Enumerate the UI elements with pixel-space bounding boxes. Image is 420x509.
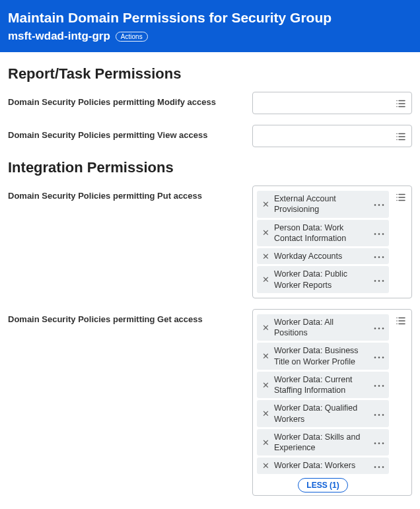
svg-point-30 [396, 318, 398, 319]
svg-point-45 [374, 414, 376, 416]
picker-view[interactable] [252, 125, 412, 147]
less-button[interactable]: LESS (1) [298, 478, 347, 492]
chip: ✕Worker Data: All Positions [257, 314, 389, 341]
remove-icon[interactable]: ✕ [260, 200, 271, 209]
chip: ✕Worker Data: Skills and Experience [257, 429, 389, 456]
remove-icon[interactable]: ✕ [260, 252, 271, 261]
field-label-put: Domain Security Policies permitting Put … [8, 186, 246, 201]
field-get-access: Domain Security Policies permitting Get … [8, 309, 412, 496]
picker-get[interactable]: ✕Worker Data: All Positions✕Worker Data:… [252, 309, 412, 496]
svg-point-38 [382, 327, 384, 329]
svg-point-24 [374, 257, 376, 259]
chip-label: External Account Provisioning [271, 193, 372, 215]
chip: ✕Workday Accounts [257, 248, 389, 264]
svg-point-16 [396, 200, 398, 201]
svg-point-37 [378, 327, 380, 329]
chip-label: Worker Data: Skills and Experience [271, 432, 372, 454]
svg-point-41 [382, 356, 384, 358]
more-icon[interactable] [372, 461, 386, 471]
svg-point-46 [378, 414, 380, 416]
svg-point-22 [378, 233, 380, 235]
svg-point-21 [374, 233, 376, 235]
more-icon[interactable] [372, 275, 386, 285]
svg-point-19 [378, 205, 380, 207]
svg-point-42 [374, 385, 376, 387]
svg-point-51 [374, 466, 376, 468]
chip-label: Worker Data: Workers [271, 460, 372, 471]
chip: ✕Worker Data: Business Title on Worker P… [257, 343, 389, 370]
svg-point-40 [378, 356, 380, 358]
group-name: msft-wdad-intg-grp [8, 30, 110, 43]
chip-label: Worker Data: Public Worker Reports [271, 269, 372, 290]
more-icon[interactable] [372, 323, 386, 332]
svg-point-47 [382, 414, 384, 416]
list-icon[interactable] [394, 98, 407, 110]
remove-icon[interactable]: ✕ [260, 461, 271, 470]
subtitle-row: msft-wdad-intg-grp Actions [8, 30, 412, 43]
svg-point-39 [374, 356, 376, 358]
more-icon[interactable] [372, 352, 386, 361]
svg-point-2 [396, 103, 398, 104]
svg-point-29 [382, 280, 384, 282]
chip: ✕Worker Data: Workers [257, 458, 389, 473]
page-title: Maintain Domain Permissions for Security… [8, 9, 412, 26]
more-icon[interactable] [372, 252, 386, 261]
more-icon[interactable] [372, 380, 386, 390]
svg-point-6 [396, 133, 398, 135]
list-icon[interactable] [394, 315, 407, 327]
svg-point-44 [382, 385, 384, 387]
field-label-get: Domain Security Policies permitting Get … [8, 309, 246, 324]
remove-icon[interactable]: ✕ [260, 438, 271, 447]
svg-point-20 [382, 205, 384, 207]
remove-icon[interactable]: ✕ [260, 323, 271, 332]
more-icon[interactable] [372, 409, 386, 419]
chip: ✕Worker Data: Qualified Workers [257, 400, 389, 427]
svg-point-34 [396, 323, 398, 325]
svg-point-53 [382, 466, 384, 468]
picker-modify[interactable] [252, 92, 412, 114]
chip: ✕External Account Provisioning [257, 191, 389, 218]
chip: ✕Worker Data: Current Staffing Informati… [257, 372, 389, 399]
svg-point-10 [396, 139, 398, 141]
svg-point-23 [382, 233, 384, 235]
svg-point-49 [378, 442, 380, 444]
picker-put[interactable]: ✕External Account Provisioning✕Person Da… [252, 186, 412, 298]
chip-label: Worker Data: Qualified Workers [271, 403, 372, 424]
svg-point-36 [374, 327, 376, 329]
field-view-access: Domain Security Policies permitting View… [8, 125, 412, 147]
svg-point-27 [374, 280, 376, 282]
page-header: Maintain Domain Permissions for Security… [0, 0, 420, 52]
svg-point-28 [378, 280, 380, 282]
more-icon[interactable] [372, 228, 386, 238]
svg-point-50 [382, 442, 384, 444]
field-put-access: Domain Security Policies permitting Put … [8, 186, 412, 298]
svg-point-43 [378, 385, 380, 387]
svg-point-52 [378, 466, 380, 468]
list-icon[interactable] [394, 191, 407, 203]
more-icon[interactable] [372, 438, 386, 447]
remove-icon[interactable]: ✕ [260, 228, 271, 237]
field-label-view: Domain Security Policies permitting View… [8, 125, 246, 140]
section-title-report-task: Report/Task Permissions [8, 65, 412, 83]
svg-point-25 [378, 257, 380, 259]
remove-icon[interactable]: ✕ [260, 352, 271, 360]
remove-icon[interactable]: ✕ [260, 409, 271, 418]
list-icon[interactable] [394, 131, 407, 143]
field-label-modify: Domain Security Policies permitting Modi… [8, 92, 246, 107]
chip-label: Worker Data: Business Title on Worker Pr… [271, 345, 372, 367]
chip-label: Workday Accounts [271, 251, 372, 261]
less-row: LESS (1) [257, 478, 389, 492]
svg-point-18 [374, 205, 376, 207]
svg-point-32 [396, 320, 398, 322]
svg-point-12 [396, 194, 398, 195]
svg-point-14 [396, 197, 398, 198]
content: Report/Task Permissions Domain Security … [0, 52, 420, 509]
chip: ✕Worker Data: Public Worker Reports [257, 266, 389, 293]
chip-label: Worker Data: All Positions [271, 317, 372, 339]
remove-icon[interactable]: ✕ [260, 381, 271, 390]
remove-icon[interactable]: ✕ [260, 275, 271, 284]
svg-point-8 [396, 136, 398, 137]
chip-label: Person Data: Work Contact Information [271, 222, 372, 244]
actions-button[interactable]: Actions [116, 32, 148, 42]
more-icon[interactable] [372, 199, 386, 209]
